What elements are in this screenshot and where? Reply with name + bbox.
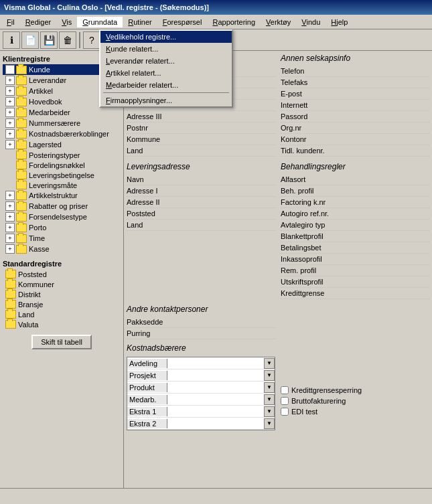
expander-medarbeider[interactable]: + xyxy=(5,108,15,117)
expander-hovedbok[interactable]: + xyxy=(5,97,15,106)
sidebar-item-kasse[interactable]: + Kasse xyxy=(3,244,121,254)
standard-register-title: Standardregistre xyxy=(3,258,121,269)
title-text: Visma Global - Culina Oslo - [Vedl. regi… xyxy=(4,3,209,11)
expander-artstru[interactable]: + xyxy=(5,191,15,200)
menu-grunndata[interactable]: Grunndata xyxy=(77,17,123,27)
expander-porto[interactable]: + xyxy=(5,223,15,232)
kost-label-4: Ekstra 1 xyxy=(127,407,167,416)
kost-row-prosjekt: Prosjekt ▼ xyxy=(127,369,275,382)
kost-input-3[interactable] xyxy=(167,394,264,405)
expander-artikkel[interactable]: + xyxy=(5,86,15,96)
sidebar-item-distrikt[interactable]: Distrikt xyxy=(3,289,121,299)
sidebar-item-poststed[interactable]: Poststed xyxy=(3,269,121,279)
kost-btn-1[interactable]: ▼ xyxy=(264,370,275,381)
sidebar-item-kost-kobl[interactable]: + Kostnadsbærerkoblinger xyxy=(3,129,121,139)
sidebar-item-lagersted[interactable]: + Lagersted xyxy=(3,139,121,150)
checkbox-section: Kredittgrensesperring Bruttofakturering … xyxy=(281,305,429,430)
kost-input-0[interactable] xyxy=(167,358,264,369)
folder-icon-kommuner xyxy=(5,280,16,288)
menu-hjelp[interactable]: Hjelp xyxy=(326,17,353,27)
beh-field-3: Autogiro ref.nr. xyxy=(281,208,429,220)
status-bar xyxy=(0,488,432,504)
annen-header: Annen selskapsinfo xyxy=(281,54,429,63)
kost-btn-3[interactable]: ▼ xyxy=(264,394,275,405)
dropdown-lev-rel[interactable]: Leverandør relatert... xyxy=(100,55,232,67)
label-medarbeider: Medarbeider xyxy=(29,108,70,116)
sidebar-item-leveringsbetingelse[interactable]: Leveringsbetingelse xyxy=(3,170,121,180)
kost-input-2[interactable] xyxy=(167,382,264,393)
lev-field-4: Land xyxy=(127,220,275,231)
label-distrikt: Distrikt xyxy=(18,290,41,299)
toolbar-info-btn[interactable]: ℹ xyxy=(3,31,20,49)
toolbar-save-btn[interactable]: 💾 xyxy=(40,31,58,49)
sidebar-item-artikkelstruktur[interactable]: + Artikkelstruktur xyxy=(3,190,121,201)
sidebar-item-kommuner[interactable]: Kommuner xyxy=(3,279,121,289)
dropdown-art-rel[interactable]: Artikkel relatert... xyxy=(100,67,232,79)
expander-kostkobl[interactable]: + xyxy=(5,129,15,139)
dropdown-med-rel[interactable]: Medarbeider relatert... xyxy=(100,79,232,91)
dropdown-menu: Vedlikehold registre... Kunde relatert..… xyxy=(99,29,233,108)
kost-row-ekstra2: Ekstra 2 ▼ xyxy=(127,418,275,430)
expander-forsendelse[interactable]: + xyxy=(5,212,15,222)
behandling-section: Behandlingsregler Alfasort Beh. profil F… xyxy=(281,162,429,299)
content-area: Faktura-adresse Deres ref Fakt.adr.nr Ad… xyxy=(124,51,432,488)
folder-icon-forsendelse xyxy=(16,213,27,222)
sidebar-item-medarbeider[interactable]: + Medarbeider xyxy=(3,107,121,118)
menu-rediger[interactable]: Rediger xyxy=(20,17,57,27)
checkbox-edi-test[interactable] xyxy=(281,408,289,416)
dropdown-vedlikehold[interactable]: Vedlikehold registre... xyxy=(100,31,232,43)
checkbox-bruttofakturering[interactable] xyxy=(281,397,289,405)
expander-time[interactable]: + xyxy=(5,234,15,243)
dropdown-kunde-rel[interactable]: Kunde relatert... xyxy=(100,43,232,55)
expander-kasse[interactable]: + xyxy=(5,244,15,254)
kost-btn-2[interactable]: ▼ xyxy=(264,382,275,393)
kost-input-4[interactable] xyxy=(167,406,264,417)
sidebar-item-posteringstyper[interactable]: Posteringstyper xyxy=(3,150,121,160)
kost-btn-5[interactable]: ▼ xyxy=(264,418,275,429)
menu-foresporsel[interactable]: Forespørsel xyxy=(157,17,208,27)
label-porto: Porto xyxy=(29,224,46,232)
expander-leverandor[interactable]: + xyxy=(5,76,15,85)
sidebar-item-nummersaerere[interactable]: + Nummersærere xyxy=(3,118,121,129)
expander-rabatter[interactable]: + xyxy=(5,201,15,211)
menu-rapportering[interactable]: Rapportering xyxy=(207,17,261,27)
sidebar-item-rabatter[interactable]: + Rabatter og priser xyxy=(3,201,121,212)
toolbar-delete-btn[interactable]: 🗑 xyxy=(59,31,76,49)
sidebar-item-porto[interactable]: + Porto xyxy=(3,222,121,233)
kost-input-5[interactable] xyxy=(167,418,264,429)
sidebar-item-land[interactable]: Land xyxy=(3,309,121,319)
sidebar-item-time[interactable]: + Time xyxy=(3,233,121,244)
sidebar-item-leveringsmote[interactable]: Leveringsmåte xyxy=(3,180,121,190)
beh-field-9: Utskriftsprofil xyxy=(281,276,429,288)
expander-lagersted[interactable]: + xyxy=(5,140,15,149)
toolbar-new-btn[interactable]: 📄 xyxy=(21,31,39,49)
kost-btn-4[interactable]: ▼ xyxy=(264,406,275,417)
label-land: Land xyxy=(18,311,34,319)
kost-row-ekstra1: Ekstra 1 ▼ xyxy=(127,406,275,418)
folder-icon-lagersted xyxy=(16,141,27,149)
dropdown-firma[interactable]: Firmaopplysninger... xyxy=(100,94,232,106)
checkbox-row-1: Bruttofakturering xyxy=(281,396,429,406)
shift-til-tabell-button[interactable]: Skift til tabell xyxy=(31,335,92,349)
sidebar-item-bransje[interactable]: Bransje xyxy=(3,299,121,309)
label-leverandor: Leverandør xyxy=(29,76,66,84)
label-kostkobl: Kostnadsbærerkoblinger xyxy=(29,130,109,138)
label-levmate: Leveringsmåte xyxy=(29,181,77,189)
kost-row-avdeling: Avdeling ▼ xyxy=(127,357,275,369)
menu-fil[interactable]: Fil xyxy=(1,17,20,27)
menu-verktoy[interactable]: Verktøy xyxy=(261,17,296,27)
folder-icon-levmate xyxy=(16,181,27,189)
kost-btn-0[interactable]: ▼ xyxy=(264,358,275,369)
menu-rutiner[interactable]: Rutiner xyxy=(123,17,157,27)
menu-vis[interactable]: Vis xyxy=(56,17,77,27)
sidebar-item-fordelingsnokkel[interactable]: Fordelingsnøkkel xyxy=(3,160,121,170)
kost-input-1[interactable] xyxy=(167,370,264,381)
toolbar-help-btn[interactable]: ? xyxy=(83,31,100,49)
main-layout: Klientregistre + Kunde + Leverandør + Ar… xyxy=(0,51,432,488)
expander-kunde[interactable]: + xyxy=(5,65,15,74)
sidebar-item-valuta[interactable]: Valuta xyxy=(3,319,121,329)
sidebar-item-forsendelse[interactable]: + Forsendelsestype xyxy=(3,212,121,222)
checkbox-kredittgrensesperring[interactable] xyxy=(281,386,289,394)
expander-nummers[interactable]: + xyxy=(5,118,15,128)
menu-vindu[interactable]: Vindu xyxy=(296,17,326,27)
